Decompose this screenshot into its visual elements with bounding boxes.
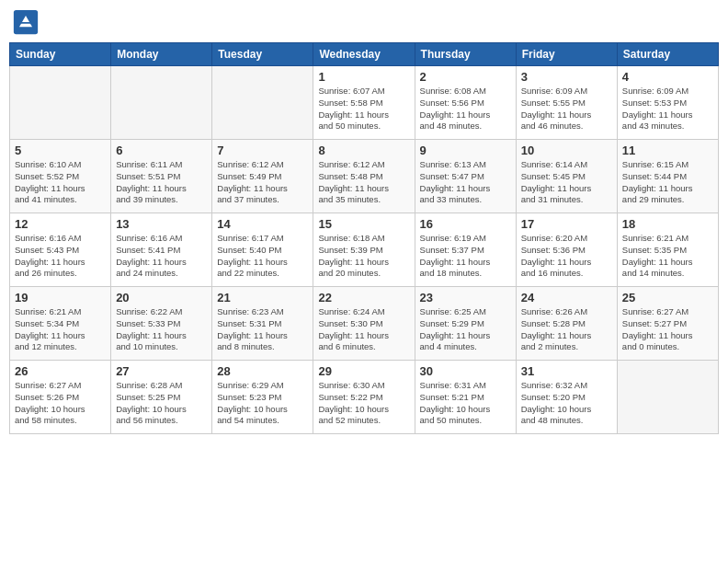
day-number: 8	[318, 144, 409, 157]
day-info: Sunrise: 6:13 AM Sunset: 5:47 PM Dayligh…	[420, 159, 511, 206]
calendar-cell	[212, 66, 313, 140]
day-info: Sunrise: 6:32 AM Sunset: 5:20 PM Dayligh…	[521, 380, 612, 427]
day-info: Sunrise: 6:19 AM Sunset: 5:37 PM Dayligh…	[420, 233, 511, 280]
day-number: 20	[116, 291, 207, 304]
calendar-week-row: 5Sunrise: 6:10 AM Sunset: 5:52 PM Daylig…	[10, 140, 719, 213]
day-info: Sunrise: 6:21 AM Sunset: 5:35 PM Dayligh…	[622, 233, 713, 280]
day-info: Sunrise: 6:17 AM Sunset: 5:40 PM Dayligh…	[217, 233, 308, 280]
day-info: Sunrise: 6:12 AM Sunset: 5:49 PM Dayligh…	[217, 159, 308, 206]
day-info: Sunrise: 6:30 AM Sunset: 5:22 PM Dayligh…	[318, 380, 409, 427]
calendar-cell: 26Sunrise: 6:27 AM Sunset: 5:26 PM Dayli…	[10, 361, 111, 434]
calendar-cell: 9Sunrise: 6:13 AM Sunset: 5:47 PM Daylig…	[415, 140, 516, 213]
day-number: 29	[318, 364, 409, 378]
calendar-header: SundayMondayTuesdayWednesdayThursdayFrid…	[10, 43, 719, 66]
day-number: 18	[622, 217, 713, 231]
calendar-table: SundayMondayTuesdayWednesdayThursdayFrid…	[9, 42, 719, 434]
day-number: 14	[217, 217, 308, 231]
calendar-cell: 1Sunrise: 6:07 AM Sunset: 5:58 PM Daylig…	[313, 66, 415, 140]
calendar-cell: 24Sunrise: 6:26 AM Sunset: 5:28 PM Dayli…	[516, 287, 617, 361]
calendar-cell: 25Sunrise: 6:27 AM Sunset: 5:27 PM Dayli…	[617, 287, 718, 361]
calendar-cell: 2Sunrise: 6:08 AM Sunset: 5:56 PM Daylig…	[415, 66, 516, 140]
day-number: 3	[521, 70, 612, 84]
day-info: Sunrise: 6:25 AM Sunset: 5:29 PM Dayligh…	[420, 306, 511, 353]
day-info: Sunrise: 6:16 AM Sunset: 5:43 PM Dayligh…	[15, 233, 106, 280]
svg-rect-2	[21, 22, 31, 24]
weekday-header: Friday	[516, 43, 617, 66]
day-number: 12	[15, 217, 106, 231]
day-info: Sunrise: 6:27 AM Sunset: 5:26 PM Dayligh…	[15, 380, 106, 427]
calendar-cell: 30Sunrise: 6:31 AM Sunset: 5:21 PM Dayli…	[415, 361, 516, 434]
day-number: 10	[521, 144, 612, 157]
calendar-cell: 21Sunrise: 6:23 AM Sunset: 5:31 PM Dayli…	[212, 287, 313, 361]
calendar-body: 1Sunrise: 6:07 AM Sunset: 5:58 PM Daylig…	[10, 66, 719, 434]
calendar-cell: 5Sunrise: 6:10 AM Sunset: 5:52 PM Daylig…	[10, 140, 111, 213]
weekday-header: Tuesday	[212, 43, 313, 66]
day-info: Sunrise: 6:15 AM Sunset: 5:44 PM Dayligh…	[622, 159, 713, 206]
day-info: Sunrise: 6:11 AM Sunset: 5:51 PM Dayligh…	[116, 159, 207, 206]
day-number: 30	[420, 364, 511, 378]
day-info: Sunrise: 6:23 AM Sunset: 5:31 PM Dayligh…	[217, 306, 308, 353]
logo	[13, 9, 42, 35]
calendar-cell: 22Sunrise: 6:24 AM Sunset: 5:30 PM Dayli…	[313, 287, 415, 361]
weekday-header: Wednesday	[313, 43, 415, 66]
weekday-header: Thursday	[415, 43, 516, 66]
calendar-week-row: 1Sunrise: 6:07 AM Sunset: 5:58 PM Daylig…	[10, 66, 719, 140]
calendar-cell: 6Sunrise: 6:11 AM Sunset: 5:51 PM Daylig…	[111, 140, 212, 213]
calendar-cell: 14Sunrise: 6:17 AM Sunset: 5:40 PM Dayli…	[212, 213, 313, 287]
calendar-cell: 23Sunrise: 6:25 AM Sunset: 5:29 PM Dayli…	[415, 287, 516, 361]
calendar-cell: 17Sunrise: 6:20 AM Sunset: 5:36 PM Dayli…	[516, 213, 617, 287]
calendar-cell: 10Sunrise: 6:14 AM Sunset: 5:45 PM Dayli…	[516, 140, 617, 213]
calendar-cell: 3Sunrise: 6:09 AM Sunset: 5:55 PM Daylig…	[516, 66, 617, 140]
day-info: Sunrise: 6:20 AM Sunset: 5:36 PM Dayligh…	[521, 233, 612, 280]
weekday-row: SundayMondayTuesdayWednesdayThursdayFrid…	[10, 43, 719, 66]
day-info: Sunrise: 6:31 AM Sunset: 5:21 PM Dayligh…	[420, 380, 511, 427]
day-info: Sunrise: 6:22 AM Sunset: 5:33 PM Dayligh…	[116, 306, 207, 353]
day-number: 22	[318, 291, 409, 304]
day-number: 23	[420, 291, 511, 304]
day-number: 2	[420, 70, 511, 84]
day-info: Sunrise: 6:08 AM Sunset: 5:56 PM Dayligh…	[420, 86, 511, 132]
day-number: 7	[217, 144, 308, 157]
calendar-cell: 8Sunrise: 6:12 AM Sunset: 5:48 PM Daylig…	[313, 140, 415, 213]
day-number: 6	[116, 144, 207, 157]
calendar-cell: 18Sunrise: 6:21 AM Sunset: 5:35 PM Dayli…	[617, 213, 718, 287]
day-info: Sunrise: 6:24 AM Sunset: 5:30 PM Dayligh…	[318, 306, 409, 353]
calendar-cell: 29Sunrise: 6:30 AM Sunset: 5:22 PM Dayli…	[313, 361, 415, 434]
page-header	[9, 9, 719, 35]
day-info: Sunrise: 6:27 AM Sunset: 5:27 PM Dayligh…	[622, 306, 713, 353]
day-number: 31	[521, 364, 612, 378]
calendar-cell	[10, 66, 111, 140]
calendar-week-row: 19Sunrise: 6:21 AM Sunset: 5:34 PM Dayli…	[10, 287, 719, 361]
calendar-cell: 20Sunrise: 6:22 AM Sunset: 5:33 PM Dayli…	[111, 287, 212, 361]
calendar-cell: 12Sunrise: 6:16 AM Sunset: 5:43 PM Dayli…	[10, 213, 111, 287]
weekday-header: Saturday	[617, 43, 718, 66]
day-info: Sunrise: 6:29 AM Sunset: 5:23 PM Dayligh…	[217, 380, 308, 427]
calendar-cell: 19Sunrise: 6:21 AM Sunset: 5:34 PM Dayli…	[10, 287, 111, 361]
calendar-cell: 28Sunrise: 6:29 AM Sunset: 5:23 PM Dayli…	[212, 361, 313, 434]
calendar-cell	[111, 66, 212, 140]
calendar-cell: 4Sunrise: 6:09 AM Sunset: 5:53 PM Daylig…	[617, 66, 718, 140]
weekday-header: Monday	[111, 43, 212, 66]
day-info: Sunrise: 6:07 AM Sunset: 5:58 PM Dayligh…	[318, 86, 409, 132]
day-info: Sunrise: 6:26 AM Sunset: 5:28 PM Dayligh…	[521, 306, 612, 353]
day-number: 11	[622, 144, 713, 157]
day-info: Sunrise: 6:09 AM Sunset: 5:53 PM Dayligh…	[622, 86, 713, 132]
day-info: Sunrise: 6:09 AM Sunset: 5:55 PM Dayligh…	[521, 86, 612, 132]
day-info: Sunrise: 6:10 AM Sunset: 5:52 PM Dayligh…	[15, 159, 106, 206]
calendar-cell: 7Sunrise: 6:12 AM Sunset: 5:49 PM Daylig…	[212, 140, 313, 213]
day-number: 1	[318, 70, 409, 84]
day-number: 26	[15, 364, 106, 378]
calendar-cell: 16Sunrise: 6:19 AM Sunset: 5:37 PM Dayli…	[415, 213, 516, 287]
logo-icon	[13, 9, 39, 35]
day-number: 4	[622, 70, 713, 84]
calendar-cell: 31Sunrise: 6:32 AM Sunset: 5:20 PM Dayli…	[516, 361, 617, 434]
day-number: 15	[318, 217, 409, 231]
day-number: 13	[116, 217, 207, 231]
calendar-cell: 13Sunrise: 6:16 AM Sunset: 5:41 PM Dayli…	[111, 213, 212, 287]
day-number: 25	[622, 291, 713, 304]
day-number: 9	[420, 144, 511, 157]
day-number: 16	[420, 217, 511, 231]
day-info: Sunrise: 6:21 AM Sunset: 5:34 PM Dayligh…	[15, 306, 106, 353]
day-number: 28	[217, 364, 308, 378]
calendar-cell: 11Sunrise: 6:15 AM Sunset: 5:44 PM Dayli…	[617, 140, 718, 213]
